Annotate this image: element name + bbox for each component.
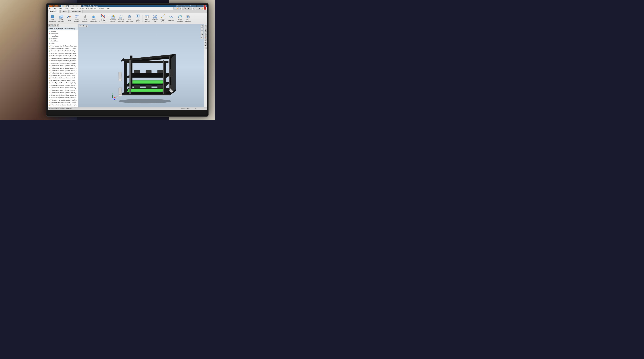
zoom-to-fit-btn[interactable]: ⊡	[201, 25, 204, 27]
view-display2-icon[interactable]: □	[190, 7, 192, 10]
open-icon[interactable]: 📂	[63, 5, 66, 7]
move-component-btn[interactable]: MoveComponent	[125, 14, 134, 23]
edit-component-btn[interactable]: EditComponent	[48, 14, 57, 23]
tree-item-lidbase-3-1[interactable]: ⚠ (-) LidBase-3<1> (Default<Default>_Dis…	[48, 99, 78, 101]
explode-line-sketch-btn[interactable]: ExplodeLineSketch	[159, 13, 167, 23]
reference-geometry-btn[interactable]: ReferenceGeometry	[117, 14, 125, 23]
tree-item-siderotaterod-1[interactable]: ⚠ (-) Side-Rotate-Rod<1> (Default<Defaul…	[48, 65, 78, 67]
tree-item-toproller-1-1[interactable]: ⚠ (-) TopRoller-1<1> (Default<Default>_D…	[48, 104, 78, 106]
tree-item-lidbase-4-1[interactable]: ⚠ (-) LidBase-4<1> (Default<Default>_Dis…	[48, 101, 78, 104]
view-settings-btn[interactable]: ⚙	[82, 25, 85, 27]
rp-btn-5[interactable]: ⚠	[204, 34, 207, 37]
tree-item-boxside-1-4[interactable]: ⚠ BoxSide-1<4> (Default<Default>_Display…	[48, 60, 78, 62]
view-display4-icon[interactable]: ⬚	[196, 7, 198, 10]
view-color-icon[interactable]: ●	[204, 7, 206, 10]
view-display3-icon[interactable]: ▣	[193, 7, 195, 10]
tree-item-sidetoy-2-1[interactable]: ⚠ (-) SideToy-2<1> (Default<Default>_Dis…	[48, 74, 78, 77]
tab-sketch[interactable]: Sketch	[60, 10, 68, 13]
tree-item-siderotaterod-7[interactable]: ⚠ (-) Side-Rotate-Rod<7> (Default<Defaul…	[48, 89, 78, 92]
search-btn[interactable]: 🔍 Search Commands	[176, 5, 196, 7]
tree-item-siderotaterod-4[interactable]: ⚠ (-) Side-Rotate-Rod<4> (Default<Defaul…	[48, 72, 78, 74]
select-mode-btn[interactable]: ↗	[79, 25, 82, 27]
tree-item-boxside-1-2[interactable]: ⚠ BoxSide-1<2> (Default<Default>_Display…	[48, 52, 78, 55]
view-pan-icon[interactable]: ✋	[176, 7, 179, 10]
new-icon[interactable]: 📄	[61, 5, 63, 7]
tree-item-sidetoy-2-2[interactable]: ⚠ (-) SideToy-2<2> (Default<Default>_Dis…	[48, 77, 78, 79]
tree-item-lidbase-2-1[interactable]: ⚠ LidBase-2<1> (Default<Default>_Display…	[48, 96, 78, 99]
rebuild-icon[interactable]: ⟳	[76, 5, 79, 7]
tree-item-cornerbase-1-3[interactable]: ⚠ CornerBase-1<3> (Default<Default>_Disp…	[48, 57, 78, 60]
take-snapshot-btn[interactable]: TakeSnapshot	[184, 14, 192, 23]
linear-component-btn[interactable]: LinearCompon...	[73, 14, 81, 23]
exploded-view-btn[interactable]: ExplodedView	[151, 14, 159, 23]
tree-item-annotations[interactable]: A Annotations	[48, 33, 78, 35]
tree-btn-2[interactable]: 🔍	[51, 25, 54, 27]
tree-item-cornerbase-1-2[interactable]: ⚠ CornerBase-1<2> (Default<Default>_Disp…	[48, 50, 78, 52]
tree-item-origin[interactable]: ⊕ Origin	[48, 42, 78, 45]
tree-btn-3[interactable]: ⊞	[54, 25, 56, 27]
view-display1-icon[interactable]: ■	[187, 7, 190, 10]
tree-item-sensors[interactable]: 📡 Sensors	[48, 30, 78, 33]
tree-item-siderotaterod-5[interactable]: ⚠ (-) Side-Rotate-Rod<5> (Default<Defaul…	[48, 84, 78, 87]
save-icon[interactable]: 💾	[66, 5, 68, 7]
view-section-icon[interactable]: ▦	[184, 7, 187, 10]
tree-item-front-plane[interactable]: ◻ Front Plane	[48, 35, 78, 38]
rp-btn-9[interactable]: ⬛	[204, 44, 207, 46]
rp-btn-7[interactable]: ⊙	[204, 39, 207, 42]
update-speedpak-btn[interactable]: UpdateSpeedpak	[176, 14, 184, 23]
print-icon[interactable]: 🖨	[68, 5, 71, 7]
close-btn[interactable]: ✕	[204, 5, 206, 7]
rp-btn-4[interactable]: Σ	[204, 32, 207, 34]
select-icon[interactable]: ↗	[79, 5, 82, 7]
tree-item-topbase-1-1[interactable]: ⚠ TopBase-1<1> (Default<Default>_Display…	[48, 62, 78, 65]
tree-item-top-plane[interactable]: ◻ Top Plane	[48, 38, 78, 40]
tree-item-siderotaterod-2[interactable]: ⚠ (-) Side-Rotate-Rod<2> (Default<Defaul…	[48, 67, 78, 69]
maximize-btn[interactable]: □	[201, 5, 203, 7]
mate-btn[interactable]: Mate	[65, 15, 73, 22]
tree-item-boxside-1-3[interactable]: ⚠ BoxSide-1<3> (Default<Default>_Display…	[48, 55, 78, 57]
view-lights-icon[interactable]: 💡	[201, 7, 204, 10]
tree-btn-filter[interactable]: ▼	[56, 25, 59, 27]
rp-btn-6[interactable]: 🏠	[204, 37, 207, 39]
instant3d-btn[interactable]: 3D Instant3D	[167, 15, 175, 22]
tree-item-siderotaterod-3[interactable]: ⚠ (-) Side-Rotate-Rod<3> (Default<Defaul…	[48, 69, 78, 72]
tab-assembly[interactable]: Assembly	[48, 10, 59, 13]
smart-component-btn[interactable]: SmartComponent	[90, 14, 98, 23]
3d-viewport[interactable]: X Y Z * Trimetric	[78, 24, 204, 110]
undo-icon[interactable]: ↩	[71, 5, 74, 7]
view-3d-btn[interactable]: 3D	[201, 36, 204, 39]
redo-icon[interactable]: ↪	[74, 5, 76, 7]
zoom-in-btn[interactable]: +	[201, 28, 204, 30]
rp-btn-1[interactable]: ⊡	[204, 25, 207, 27]
rp-btn-10[interactable]: ●	[204, 47, 207, 49]
view-rotate-icon[interactable]: ↺	[179, 7, 182, 10]
show-hidden-btn[interactable]: ShowHiddenComponents	[98, 13, 108, 23]
menu-help[interactable]: Help	[106, 8, 110, 9]
smart-fasteners-btn[interactable]: SmartFasteners	[82, 14, 89, 23]
rp-btn-8[interactable]: ✎	[204, 42, 207, 44]
menu-view[interactable]: View	[58, 8, 63, 9]
tree-item-sidetoy-4-1[interactable]: ⚠ (-) SideToy-4<1> (Default<Default>_Dis…	[48, 82, 78, 84]
rp-btn-3[interactable]: ⊞	[204, 30, 207, 32]
menu-photoview[interactable]: PhotoView 360	[86, 8, 97, 9]
menu-window[interactable]: Window	[98, 8, 105, 9]
tree-item-right-plane[interactable]: ◻ Right Plane	[48, 40, 78, 42]
menu-insert[interactable]: Insert	[64, 8, 69, 9]
tab-render-tools[interactable]: Render Tools	[70, 10, 82, 13]
menu-edit[interactable]: Edit	[53, 8, 57, 9]
insert-components-btn[interactable]: InsertCompon...	[57, 14, 65, 23]
tree-item-siderotaterod-8[interactable]: ⚠ (-) Side-Rotate-Rod<8> (Default<Defaul…	[48, 92, 78, 94]
view-normal-icon[interactable]: ⊙	[182, 7, 184, 10]
assembly-features-btn[interactable]: AssemblyFeatures	[109, 14, 117, 23]
new-motion-study-btn[interactable]: NewMotionStudy	[134, 13, 142, 23]
menu-tools[interactable]: Tools	[70, 8, 75, 9]
tree-item-cornerbase-1-1[interactable]: ⚠ (-) CornerBase-1<1> (Default<Default>_…	[48, 45, 78, 47]
tree-item-sidetoy-3-1[interactable]: ⚠ (-) SideToy-3<1> (Default<Default>_Dis…	[48, 79, 78, 82]
tree-item-siderotaterod-6[interactable]: ⚠ (-) Side-Rotate-Rod<6> (Default<Defaul…	[48, 87, 78, 89]
help-btn[interactable]: ?	[196, 5, 199, 7]
menu-3dcontrol[interactable]: 3Dcontrol	[76, 8, 84, 9]
minimize-btn[interactable]: ─	[199, 5, 201, 7]
tree-item-lidbase-1-1[interactable]: ⚠ LidBase-1<1> (Default<Default>_Display…	[48, 94, 78, 96]
view-zoom-icon[interactable]: 🔍	[174, 7, 176, 10]
view-orient-btn[interactable]: ⊞	[201, 33, 204, 36]
